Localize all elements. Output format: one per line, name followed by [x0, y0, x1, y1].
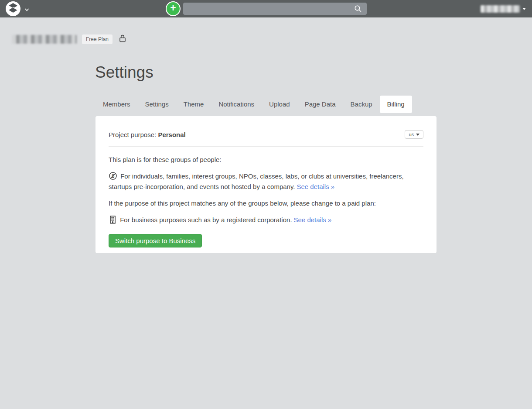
plan-intro-text: This plan is for these groups of people:: [109, 156, 423, 163]
settings-tabs: Members Settings Theme Notifications Upl…: [95, 96, 412, 113]
project-switcher-chevron-down-icon[interactable]: [24, 6, 29, 14]
purpose-value: Personal: [158, 131, 185, 138]
personal-plan-item: $ For individuals, families, interest gr…: [109, 172, 423, 191]
personal-see-details-link[interactable]: See details »: [297, 183, 334, 190]
search-input[interactable]: [183, 3, 367, 15]
business-plan-item: For business purposes such as by a regis…: [109, 215, 423, 226]
tab-settings[interactable]: Settings: [138, 96, 176, 113]
plus-icon: +: [170, 2, 176, 14]
purpose-row: Project purpose: Personal us: [109, 129, 423, 140]
purpose-label-text: Project purpose:: [109, 131, 156, 138]
plan-badge: Free Plan: [82, 34, 113, 44]
scrapbox-logo-icon: [8, 3, 18, 15]
tab-upload[interactable]: Upload: [262, 96, 297, 113]
billing-panel: Project purpose: Personal us This plan i…: [95, 116, 437, 253]
business-see-details-link[interactable]: See details »: [294, 216, 332, 223]
tab-page-data[interactable]: Page Data: [297, 96, 343, 113]
project-name-redacted: [12, 35, 77, 44]
switch-purpose-button[interactable]: Switch purpose to Business: [109, 234, 202, 247]
personal-plan-text: For individuals, families, interest grou…: [109, 172, 404, 190]
business-plan-text: For business purposes such as by a regis…: [120, 216, 292, 223]
tab-theme[interactable]: Theme: [176, 96, 211, 113]
building-icon: [109, 218, 119, 225]
tab-billing[interactable]: Billing: [380, 96, 412, 113]
user-name-redacted: [481, 5, 520, 13]
topbar: +: [0, 0, 532, 17]
locale-value: us: [409, 132, 414, 137]
locale-dropdown[interactable]: us: [405, 130, 423, 139]
user-menu[interactable]: [481, 0, 526, 17]
app-logo[interactable]: [6, 1, 20, 16]
page-title: Settings: [95, 63, 153, 82]
caret-down-icon: [416, 134, 419, 136]
tab-notifications[interactable]: Notifications: [211, 96, 262, 113]
tab-members[interactable]: Members: [95, 96, 138, 113]
lock-icon: [118, 34, 127, 45]
divider: [109, 146, 423, 147]
new-page-button[interactable]: +: [167, 2, 180, 15]
project-purpose-label: Project purpose: Personal: [109, 131, 186, 138]
project-header: Free Plan: [12, 34, 127, 45]
search-icon[interactable]: [354, 5, 362, 14]
caret-down-icon: [522, 8, 526, 10]
no-money-icon: $: [109, 174, 119, 182]
paid-plan-warning-text: If the purpose of this project matches a…: [109, 199, 423, 207]
tab-backup[interactable]: Backup: [343, 96, 380, 113]
